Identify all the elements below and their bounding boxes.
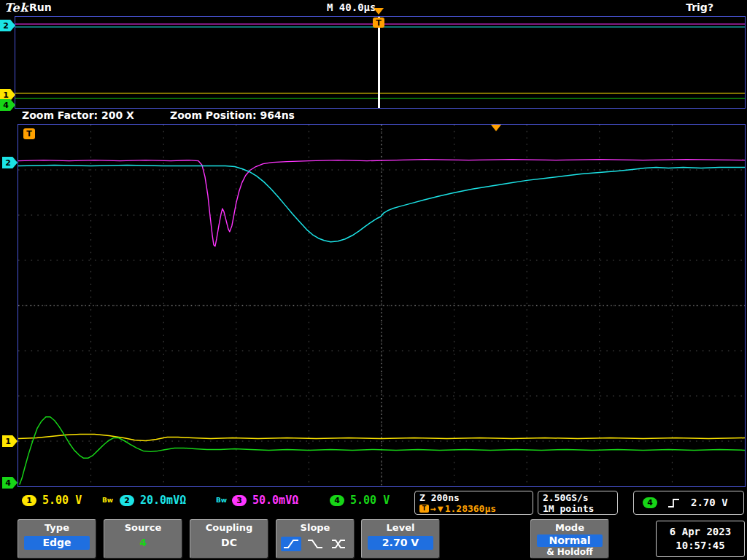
zoom-scale-readout: Z 200ns (419, 492, 528, 503)
menu-mode-value2: & Holdoff (531, 547, 608, 557)
menu-source-value: 4 (110, 536, 176, 550)
tek-logo: Tek (4, 1, 28, 15)
zoom-window-indicator[interactable] (378, 17, 380, 108)
zoom-traces (18, 125, 745, 486)
ch3-badge: 3 (232, 495, 247, 506)
main-waveform-panel (18, 124, 746, 487)
main-timebase-readout: M 40.0µs (327, 1, 376, 13)
ch1-scale-readout: 5.00 V (42, 494, 82, 507)
menu-mode-label: Mode (531, 522, 608, 533)
trigger-status: Trig? (686, 1, 713, 13)
menu-source-label: Source (104, 522, 182, 533)
menu-mode-button[interactable]: Mode Normal & Holdoff (530, 519, 609, 559)
menu-type-label: Type (18, 522, 96, 533)
menu-level-label: Level (362, 522, 439, 533)
menu-slope-button[interactable]: Slope (276, 519, 355, 559)
overview-ch4-marker[interactable]: 4 (0, 99, 15, 111)
trigger-point-marker-icon[interactable] (491, 125, 501, 131)
time-readout: 10:57:45 (676, 539, 724, 553)
main-ch1-marker[interactable]: 1 (2, 435, 18, 447)
ch2-scale-readout: 20.0mVΩ (140, 494, 186, 507)
zoom-timebase-box: Z 200ns T → ▼ 1.28360µs (414, 491, 533, 515)
rising-slope-icon (282, 538, 300, 550)
zoom-t-marker[interactable]: T (23, 128, 35, 139)
ch1-badge: 1 (22, 495, 36, 506)
slope-rising-option[interactable] (281, 537, 301, 551)
zoom-position-t-marker[interactable]: T (373, 18, 384, 28)
menu-coupling-value: DC (196, 536, 262, 550)
overview-traces (15, 17, 745, 108)
arrow-right-icon: → (430, 503, 436, 514)
menu-source-button[interactable]: Source 4 (104, 519, 182, 559)
falling-slope-icon (306, 538, 324, 550)
sample-rate-readout: 2.50GS/s (543, 492, 613, 503)
rising-edge-icon (667, 498, 681, 508)
slope-either-option[interactable] (329, 537, 349, 551)
menu-mode-value: Normal (537, 534, 603, 547)
ch2-bandwidth-indicator: Bw (216, 497, 227, 504)
date-readout: 6 Apr 2023 (670, 525, 731, 539)
menu-type-button[interactable]: Type Edge (18, 519, 96, 559)
trace-ch4 (20, 417, 745, 484)
menu-slope-label: Slope (276, 522, 354, 533)
menu-type-value: Edge (24, 536, 90, 550)
zoom-delay-readout: 1.28360µs (445, 503, 496, 514)
menu-coupling-button[interactable]: Coupling DC (190, 519, 268, 559)
menu-level-button[interactable]: Level 2.70 V (361, 519, 440, 559)
main-ch2-marker[interactable]: 2 (2, 157, 18, 168)
overview-ch2-marker[interactable]: 2 (0, 20, 15, 31)
acquisition-status: Run (29, 1, 52, 13)
overview-ch1-marker[interactable]: 1 (0, 89, 15, 101)
menu-level-value: 2.70 V (368, 536, 433, 550)
acquisition-box: 2.50GS/s 1M points (538, 491, 618, 515)
zoom-position-readout: Zoom Position: 964ns (170, 109, 295, 121)
ch4-scale-readout: 5.00 V (350, 494, 390, 507)
trigger-source-badge: 4 (643, 497, 657, 508)
ch3-scale-readout: 50.0mVΩ (252, 494, 298, 507)
ch4-badge: 4 (330, 495, 344, 506)
trigger-menu-bar: Type Edge Source 4 Coupling DC Slope (0, 519, 747, 560)
triangle-down-icon: ▼ (438, 503, 444, 514)
ch2-badge: 2 (120, 495, 134, 506)
trigger-readout-box: 4 2.70 V (633, 491, 744, 515)
slope-falling-option[interactable] (305, 537, 325, 551)
trigger-position-marker-icon[interactable] (374, 8, 384, 15)
trigger-level-readout: 2.70 V (691, 497, 728, 508)
datetime-box: 6 Apr 2023 10:57:45 (656, 521, 745, 557)
main-ch4-marker[interactable]: 4 (2, 477, 18, 489)
menu-coupling-label: Coupling (190, 522, 268, 533)
record-length-readout: 1M points (543, 503, 613, 514)
delay-t-icon: T (419, 505, 429, 513)
zoom-factor-readout: Zoom Factor: 200 X (22, 109, 134, 121)
ch1-bandwidth-indicator: Bw (102, 497, 113, 504)
either-slope-icon (330, 538, 348, 550)
overview-waveform-panel (15, 16, 746, 109)
readout-bar: 1 5.00 V Bw 2 20.0mVΩ Bw 3 50.0mVΩ 4 5.0… (0, 490, 747, 516)
